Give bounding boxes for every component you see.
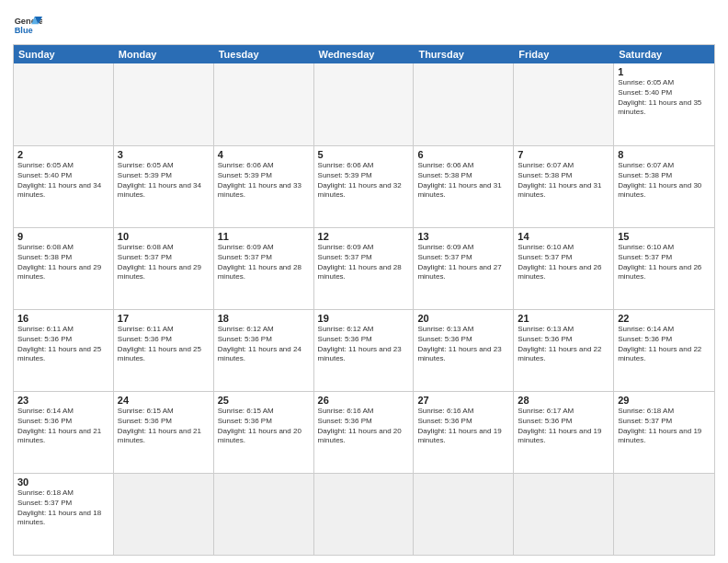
calendar-cell: 2Sunrise: 6:05 AMSunset: 5:40 PMDaylight… — [14, 146, 114, 227]
day-number: 24 — [118, 395, 210, 406]
day-header: Thursday — [414, 45, 514, 63]
day-number: 5 — [318, 149, 410, 160]
day-header: Wednesday — [314, 45, 415, 63]
calendar-cell — [314, 474, 415, 555]
calendar-row: 16Sunrise: 6:11 AMSunset: 5:36 PMDayligh… — [14, 309, 714, 391]
calendar-cell: 22Sunrise: 6:14 AMSunset: 5:36 PMDayligh… — [614, 310, 714, 391]
day-number: 28 — [518, 395, 609, 406]
calendar-cell: 6Sunrise: 6:06 AMSunset: 5:38 PMDaylight… — [414, 146, 514, 227]
calendar-cell: 5Sunrise: 6:06 AMSunset: 5:39 PMDaylight… — [314, 146, 415, 227]
calendar-cell: 16Sunrise: 6:11 AMSunset: 5:36 PMDayligh… — [14, 310, 114, 391]
day-info: Sunrise: 6:08 AMSunset: 5:38 PMDaylight:… — [17, 243, 109, 282]
day-number: 7 — [518, 149, 609, 160]
day-info: Sunrise: 6:14 AMSunset: 5:36 PMDaylight:… — [618, 325, 711, 364]
calendar-cell: 3Sunrise: 6:05 AMSunset: 5:39 PMDaylight… — [114, 146, 214, 227]
day-info: Sunrise: 6:06 AMSunset: 5:39 PMDaylight:… — [318, 161, 410, 201]
day-number: 9 — [17, 231, 109, 242]
calendar-cell: 19Sunrise: 6:12 AMSunset: 5:36 PMDayligh… — [314, 310, 415, 391]
day-info: Sunrise: 6:09 AMSunset: 5:37 PMDaylight:… — [218, 243, 310, 282]
calendar-cell — [114, 474, 214, 555]
day-number: 11 — [218, 231, 310, 242]
day-number: 3 — [118, 149, 210, 160]
day-info: Sunrise: 6:16 AMSunset: 5:36 PMDaylight:… — [318, 407, 410, 446]
calendar-cell — [14, 63, 114, 145]
day-info: Sunrise: 6:12 AMSunset: 5:36 PMDaylight:… — [218, 325, 310, 364]
day-headers: SundayMondayTuesdayWednesdayThursdayFrid… — [14, 45, 714, 63]
calendar-row: 30Sunrise: 6:18 AMSunset: 5:37 PMDayligh… — [14, 473, 714, 555]
logo-icon: General Blue — [13, 13, 42, 39]
calendar-cell — [414, 63, 514, 145]
calendar-cell: 25Sunrise: 6:15 AMSunset: 5:36 PMDayligh… — [214, 392, 314, 473]
day-number: 23 — [17, 395, 109, 406]
calendar-cell: 20Sunrise: 6:13 AMSunset: 5:36 PMDayligh… — [414, 310, 514, 391]
day-number: 29 — [618, 395, 711, 406]
day-number: 10 — [118, 231, 210, 242]
calendar-cell: 10Sunrise: 6:08 AMSunset: 5:37 PMDayligh… — [114, 228, 214, 309]
day-info: Sunrise: 6:11 AMSunset: 5:36 PMDaylight:… — [17, 325, 109, 364]
day-number: 14 — [518, 231, 609, 242]
calendar-cell — [214, 474, 314, 555]
calendar-cell: 9Sunrise: 6:08 AMSunset: 5:38 PMDaylight… — [14, 228, 114, 309]
day-info: Sunrise: 6:07 AMSunset: 5:38 PMDaylight:… — [518, 161, 609, 201]
day-number: 13 — [417, 231, 509, 242]
calendar-cell — [514, 474, 614, 555]
day-info: Sunrise: 6:13 AMSunset: 5:36 PMDaylight:… — [518, 325, 609, 364]
calendar-cell: 29Sunrise: 6:18 AMSunset: 5:37 PMDayligh… — [614, 392, 714, 473]
calendar-cell: 1Sunrise: 6:05 AMSunset: 5:40 PMDaylight… — [614, 63, 714, 145]
page: General Blue SundayMondayTuesdayWednesda… — [0, 0, 728, 563]
calendar-row: 9Sunrise: 6:08 AMSunset: 5:38 PMDaylight… — [14, 227, 714, 309]
calendar-cell: 13Sunrise: 6:09 AMSunset: 5:37 PMDayligh… — [414, 228, 514, 309]
day-header: Saturday — [614, 45, 714, 63]
calendar-cell — [314, 63, 415, 145]
day-info: Sunrise: 6:17 AMSunset: 5:36 PMDaylight:… — [518, 407, 609, 446]
day-number: 19 — [318, 313, 410, 324]
calendar-cell: 8Sunrise: 6:07 AMSunset: 5:38 PMDaylight… — [614, 146, 714, 227]
day-number: 8 — [618, 149, 711, 160]
day-info: Sunrise: 6:10 AMSunset: 5:37 PMDaylight:… — [518, 243, 609, 282]
calendar-cell: 23Sunrise: 6:14 AMSunset: 5:36 PMDayligh… — [14, 392, 114, 473]
calendar: SundayMondayTuesdayWednesdayThursdayFrid… — [13, 44, 715, 556]
calendar-cell: 11Sunrise: 6:09 AMSunset: 5:37 PMDayligh… — [214, 228, 314, 309]
calendar-row: 2Sunrise: 6:05 AMSunset: 5:40 PMDaylight… — [14, 145, 714, 227]
day-info: Sunrise: 6:06 AMSunset: 5:38 PMDaylight:… — [417, 161, 509, 201]
day-number: 15 — [618, 231, 711, 242]
calendar-cell: 30Sunrise: 6:18 AMSunset: 5:37 PMDayligh… — [14, 474, 114, 555]
calendar-cell: 26Sunrise: 6:16 AMSunset: 5:36 PMDayligh… — [314, 392, 415, 473]
day-number: 18 — [218, 313, 310, 324]
svg-text:Blue: Blue — [15, 26, 33, 35]
calendar-row: 23Sunrise: 6:14 AMSunset: 5:36 PMDayligh… — [14, 391, 714, 473]
day-info: Sunrise: 6:13 AMSunset: 5:36 PMDaylight:… — [417, 325, 509, 364]
calendar-cell: 7Sunrise: 6:07 AMSunset: 5:38 PMDaylight… — [514, 146, 614, 227]
calendar-cell: 21Sunrise: 6:13 AMSunset: 5:36 PMDayligh… — [514, 310, 614, 391]
logo: General Blue — [13, 13, 42, 39]
day-number: 16 — [17, 313, 109, 324]
day-number: 4 — [218, 149, 310, 160]
day-info: Sunrise: 6:09 AMSunset: 5:37 PMDaylight:… — [417, 243, 509, 282]
calendar-cell — [214, 63, 314, 145]
day-info: Sunrise: 6:15 AMSunset: 5:36 PMDaylight:… — [218, 407, 310, 446]
day-info: Sunrise: 6:05 AMSunset: 5:40 PMDaylight:… — [17, 161, 109, 201]
day-header: Sunday — [14, 45, 114, 63]
calendar-grid: 1Sunrise: 6:05 AMSunset: 5:40 PMDaylight… — [14, 63, 714, 555]
day-info: Sunrise: 6:06 AMSunset: 5:39 PMDaylight:… — [218, 161, 310, 201]
day-info: Sunrise: 6:14 AMSunset: 5:36 PMDaylight:… — [17, 407, 109, 446]
day-number: 21 — [518, 313, 609, 324]
day-info: Sunrise: 6:12 AMSunset: 5:36 PMDaylight:… — [318, 325, 410, 364]
calendar-row: 1Sunrise: 6:05 AMSunset: 5:40 PMDaylight… — [14, 63, 714, 145]
day-info: Sunrise: 6:11 AMSunset: 5:36 PMDaylight:… — [118, 325, 210, 364]
day-number: 27 — [417, 395, 509, 406]
day-info: Sunrise: 6:05 AMSunset: 5:39 PMDaylight:… — [118, 161, 210, 201]
day-header: Tuesday — [214, 45, 314, 63]
day-number: 22 — [618, 313, 711, 324]
day-number: 6 — [417, 149, 509, 160]
day-header: Friday — [514, 45, 614, 63]
day-number: 25 — [218, 395, 310, 406]
day-info: Sunrise: 6:08 AMSunset: 5:37 PMDaylight:… — [118, 243, 210, 282]
day-number: 20 — [417, 313, 509, 324]
calendar-cell — [114, 63, 214, 145]
header: General Blue — [13, 9, 715, 39]
day-number: 26 — [318, 395, 410, 406]
calendar-cell: 15Sunrise: 6:10 AMSunset: 5:37 PMDayligh… — [614, 228, 714, 309]
calendar-cell: 18Sunrise: 6:12 AMSunset: 5:36 PMDayligh… — [214, 310, 314, 391]
day-number: 30 — [17, 477, 109, 488]
